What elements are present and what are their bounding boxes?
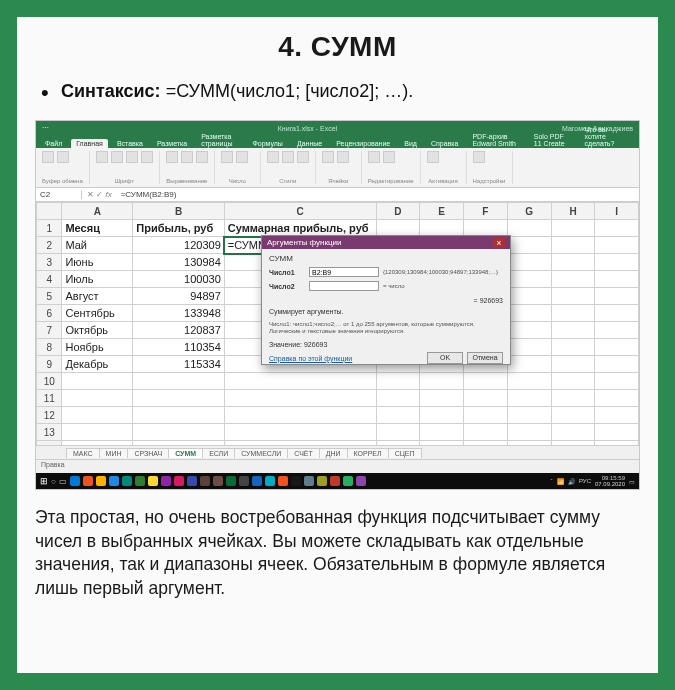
cell[interactable] [507,305,551,322]
taskbar-app-icon[interactable] [96,476,106,486]
cell[interactable] [595,356,639,373]
row-header[interactable]: 12 [37,407,62,424]
cell[interactable]: Суммарная прибыль, руб [224,220,376,237]
tray-chevron-icon[interactable]: ˄ [550,478,553,485]
tray-sound-icon[interactable]: 🔊 [568,478,575,485]
ribbon-button[interactable] [427,151,439,163]
taskbar-app-icon[interactable] [343,476,353,486]
cell[interactable] [224,424,376,441]
arg1-input[interactable] [309,267,379,277]
cell[interactable] [595,373,639,390]
system-tray[interactable]: ˄ 📶 🔊 РУС 09:15:59 07.09.2020 ▭ [550,475,635,487]
ribbon-button[interactable] [96,151,108,163]
taskbar-app-icon[interactable] [226,476,236,486]
ribbon-button[interactable] [337,151,349,163]
function-arguments-dialog[interactable]: Аргументы функции × СУММ Число1 {120309;… [261,235,511,365]
cell[interactable]: Прибыль, руб [133,220,224,237]
cell[interactable] [464,220,508,237]
cell[interactable]: Сентябрь [62,305,133,322]
cell[interactable] [62,424,133,441]
start-icon[interactable]: ⊞ [40,476,48,486]
cell[interactable] [507,424,551,441]
col-header[interactable]: G [507,203,551,220]
col-header[interactable]: D [376,203,420,220]
cell[interactable]: Июль [62,271,133,288]
row-header[interactable]: 2 [37,237,62,254]
taskbar-app-icon[interactable] [317,476,327,486]
ribbon-tab[interactable]: Вид [399,139,422,148]
col-header[interactable]: A [62,203,133,220]
row-header[interactable]: 13 [37,424,62,441]
taskbar-app-icon[interactable] [278,476,288,486]
ribbon-button[interactable] [196,151,208,163]
cell[interactable] [551,339,595,356]
cell[interactable] [507,271,551,288]
cell[interactable] [595,407,639,424]
ribbon-tab[interactable]: Разметка [152,139,192,148]
cell[interactable] [595,339,639,356]
cell[interactable] [595,288,639,305]
col-header[interactable]: H [551,203,595,220]
taskbar-app-icon[interactable] [213,476,223,486]
cell[interactable]: Месяц [62,220,133,237]
cell[interactable]: Октябрь [62,322,133,339]
cell[interactable] [551,373,595,390]
col-header[interactable]: E [420,203,464,220]
cell[interactable] [595,254,639,271]
cell[interactable] [224,373,376,390]
cell[interactable] [595,220,639,237]
cell[interactable] [507,220,551,237]
taskbar-app-icon[interactable] [83,476,93,486]
cell[interactable] [133,407,224,424]
row-header[interactable]: 5 [37,288,62,305]
cell[interactable]: 120837 [133,322,224,339]
taskbar-app-icon[interactable] [239,476,249,486]
ribbon-tab[interactable]: Формулы [247,139,287,148]
close-icon[interactable]: × [493,238,505,248]
cell[interactable]: Август [62,288,133,305]
cell[interactable] [224,390,376,407]
sheet-tab[interactable]: МАКС [66,448,100,458]
ribbon-button[interactable] [181,151,193,163]
cell[interactable] [62,407,133,424]
ribbon-button[interactable] [126,151,138,163]
ribbon-button[interactable] [111,151,123,163]
ribbon-tab[interactable]: PDF-архив Edward Smith [467,132,524,148]
sheet-tab-active[interactable]: СУММ [168,448,203,458]
cell[interactable] [551,390,595,407]
arg2-input[interactable] [309,281,379,291]
cell[interactable] [464,407,508,424]
row-header[interactable]: 10 [37,373,62,390]
col-header[interactable]: I [595,203,639,220]
taskbar-app-icon[interactable] [174,476,184,486]
name-box[interactable]: C2 [36,190,82,199]
col-header[interactable]: C [224,203,376,220]
clock[interactable]: 09:15:59 07.09.2020 [595,475,625,487]
ribbon-button[interactable] [236,151,248,163]
cell[interactable] [507,373,551,390]
row-header[interactable]: 11 [37,390,62,407]
cell[interactable] [507,237,551,254]
ribbon-tab[interactable]: Разметка страницы [196,132,243,148]
sheet-tab[interactable]: МИН [99,448,129,458]
col-header[interactable]: F [464,203,508,220]
cell[interactable] [507,356,551,373]
cell[interactable] [507,407,551,424]
row-header[interactable]: 4 [37,271,62,288]
cell[interactable] [464,424,508,441]
cell[interactable] [551,237,595,254]
ribbon-tab-home[interactable]: Главная [71,139,108,148]
cell[interactable] [595,322,639,339]
cell[interactable] [420,373,464,390]
taskview-icon[interactable]: ▭ [59,477,67,486]
sheet-tab[interactable]: ДНИ [319,448,348,458]
taskbar-app-icon[interactable] [330,476,340,486]
formula-input[interactable]: =СУММ(B2:B9) [117,190,639,199]
cell[interactable] [420,407,464,424]
cell[interactable] [595,237,639,254]
cell[interactable]: Июнь [62,254,133,271]
sheet-tab[interactable]: СРЗНАЧ [127,448,169,458]
cell[interactable] [507,288,551,305]
cell[interactable]: Ноябрь [62,339,133,356]
cell[interactable] [464,390,508,407]
